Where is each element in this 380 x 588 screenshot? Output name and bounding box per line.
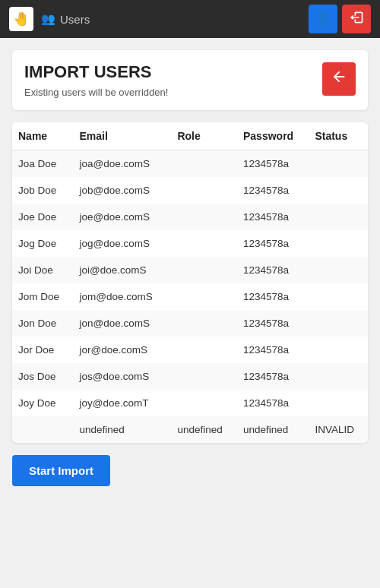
navbar-title-text: Users	[60, 13, 90, 26]
navbar-right: 👤	[309, 5, 371, 33]
table-header-row: Name Email Role Password Status	[12, 122, 368, 150]
cell-password: 1234578a	[237, 230, 309, 257]
cell-role	[171, 363, 237, 390]
cell-email: joy@doe.comT	[73, 390, 171, 416]
col-header-name: Name	[12, 122, 73, 150]
user-profile-button[interactable]: 👤	[309, 5, 337, 33]
cell-status	[309, 257, 368, 283]
cell-email: jor@doe.comS	[73, 337, 171, 363]
table-row: Joi Doejoi@doe.comS1234578a	[12, 257, 368, 283]
users-table-container: Name Email Role Password Status Joa Doej…	[12, 122, 368, 443]
cell-email: joe@doe.comS	[73, 204, 171, 230]
cell-email: joa@doe.comS	[73, 150, 171, 178]
cell-name: Joi Doe	[12, 257, 73, 283]
col-header-status: Status	[309, 122, 368, 150]
cell-password: 1234578a	[237, 150, 309, 178]
users-table: Name Email Role Password Status Joa Doej…	[12, 122, 368, 443]
start-import-button[interactable]: Start Import	[12, 455, 110, 486]
logout-button[interactable]	[342, 5, 371, 33]
table-row: Jos Doejos@doe.comS1234578a	[12, 363, 368, 390]
cell-role	[171, 177, 237, 204]
cell-password: 1234578a	[237, 363, 309, 390]
logo-icon: 🤚	[13, 11, 30, 27]
cell-password: 1234578a	[237, 204, 309, 230]
cell-password: 1234578a	[237, 310, 309, 337]
user-icon: 👤	[315, 11, 331, 27]
cell-password: 1234578a	[237, 177, 309, 204]
table-row: undefinedundefinedundefinedINVALID	[12, 416, 368, 443]
cell-role	[171, 150, 237, 178]
app-logo: 🤚	[9, 7, 33, 31]
cell-status	[309, 177, 368, 204]
back-icon	[331, 68, 347, 90]
cell-password: 1234578a	[237, 283, 309, 310]
cell-status	[309, 337, 368, 363]
cell-role	[171, 310, 237, 337]
cell-status	[309, 363, 368, 390]
cell-name: Joy Doe	[12, 390, 73, 416]
cell-name: Jom Doe	[12, 283, 73, 310]
table-row: Joy Doejoy@doe.comT1234578a	[12, 390, 368, 416]
cell-email: jog@doe.comS	[73, 230, 171, 257]
main-content: IMPORT USERS Existing users will be over…	[0, 38, 380, 498]
cell-email: job@doe.comS	[73, 177, 171, 204]
cell-status: INVALID	[309, 416, 368, 443]
table-row: Jog Doejog@doe.comS1234578a	[12, 230, 368, 257]
cell-email: jom@doe.comS	[73, 283, 171, 310]
cell-role	[171, 230, 237, 257]
warning-text: Existing users will be overridden!	[24, 87, 168, 98]
cell-email: jos@doe.comS	[73, 363, 171, 390]
cell-password: 1234578a	[237, 390, 309, 416]
cell-role	[171, 204, 237, 230]
cell-status	[309, 310, 368, 337]
cell-status	[309, 150, 368, 178]
table-row: Jom Doejom@doe.comS1234578a	[12, 283, 368, 310]
cell-status	[309, 230, 368, 257]
table-row: Job Doejob@doe.comS1234578a	[12, 177, 368, 204]
cell-role	[171, 337, 237, 363]
table-row: Joe Doejoe@doe.comS1234578a	[12, 204, 368, 230]
cell-password: undefined	[237, 416, 309, 443]
table-row: Joa Doejoa@doe.comS1234578a	[12, 150, 368, 178]
col-header-role: Role	[171, 122, 237, 150]
cell-name: Joe Doe	[12, 204, 73, 230]
users-icon: 👥	[41, 12, 55, 26]
cell-name: Joa Doe	[12, 150, 73, 178]
header-card: IMPORT USERS Existing users will be over…	[12, 50, 368, 110]
navbar: 🤚 👥 Users 👤	[0, 0, 380, 38]
cell-name: Jos Doe	[12, 363, 73, 390]
cell-role: undefined	[171, 416, 237, 443]
cell-role	[171, 283, 237, 310]
col-header-email: Email	[73, 122, 171, 150]
col-header-password: Password	[237, 122, 309, 150]
cell-name: Jon Doe	[12, 310, 73, 337]
table-row: Jor Doejor@doe.comS1234578a	[12, 337, 368, 363]
cell-password: 1234578a	[237, 257, 309, 283]
table-row: Jon Doejon@doe.comS1234578a	[12, 310, 368, 337]
cell-email: jon@doe.comS	[73, 310, 171, 337]
cell-name: Jog Doe	[12, 230, 73, 257]
navbar-title-area: 👥 Users	[41, 12, 90, 26]
header-card-text: IMPORT USERS Existing users will be over…	[24, 62, 168, 98]
cell-password: 1234578a	[237, 337, 309, 363]
cell-role	[171, 257, 237, 283]
back-button[interactable]	[322, 62, 356, 96]
cell-status	[309, 283, 368, 310]
page-title: IMPORT USERS	[24, 62, 168, 82]
cell-name: Jor Doe	[12, 337, 73, 363]
cell-status	[309, 204, 368, 230]
logout-icon	[349, 10, 364, 29]
cell-status	[309, 390, 368, 416]
cell-email: undefined	[73, 416, 171, 443]
cell-role	[171, 390, 237, 416]
cell-name	[12, 416, 73, 443]
cell-name: Job Doe	[12, 177, 73, 204]
navbar-left: 🤚 👥 Users	[9, 7, 90, 31]
cell-email: joi@doe.comS	[73, 257, 171, 283]
